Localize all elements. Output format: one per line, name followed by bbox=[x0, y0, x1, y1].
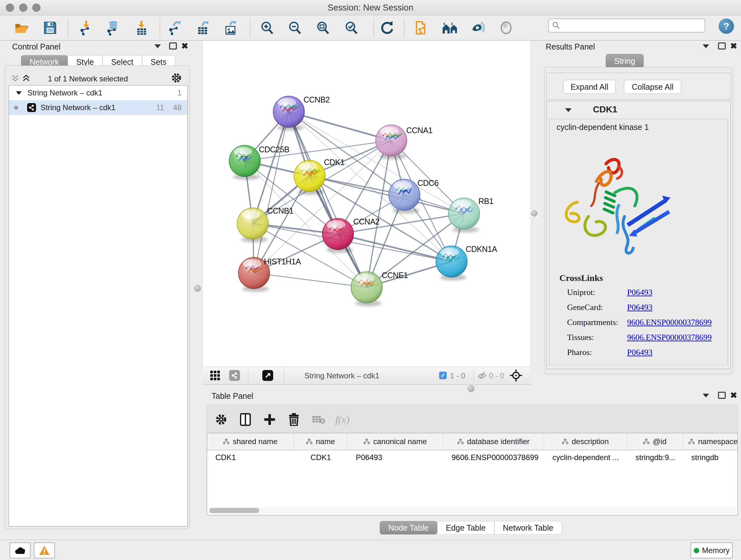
crosslink-label: Uniprot: bbox=[567, 288, 627, 297]
zoom-in-icon[interactable] bbox=[259, 19, 276, 37]
help-icon[interactable]: ? bbox=[719, 18, 734, 34]
cloud-status-button[interactable] bbox=[10, 543, 30, 558]
column-type-icon bbox=[363, 439, 370, 444]
control-panel-close-icon[interactable]: ✖ bbox=[181, 41, 188, 51]
left-splitter-handle[interactable] bbox=[193, 284, 202, 293]
network-graph[interactable]: CCNB2CCNA1CDC25BCDK1CDC6RB1CCNB1CCNA2CDK… bbox=[203, 41, 531, 367]
collapse-all-networks-icon[interactable] bbox=[11, 74, 20, 84]
table-cell[interactable]: stringdb bbox=[683, 453, 738, 462]
column-header-canonical-name[interactable]: canonical name bbox=[347, 433, 443, 450]
crosslinks-title: CrossLinks bbox=[559, 273, 603, 283]
results-panel-collapse-icon[interactable] bbox=[703, 44, 709, 48]
right-splitter-handle[interactable] bbox=[530, 209, 539, 218]
import-database-icon[interactable] bbox=[105, 19, 122, 37]
export-table-icon[interactable] bbox=[195, 19, 212, 37]
node-table[interactable]: shared namenamecanonical namedatabase id… bbox=[207, 433, 738, 515]
table-cell[interactable]: P06493 bbox=[347, 453, 443, 462]
crosslink-link[interactable]: 9606.ENSP00000378699 bbox=[627, 318, 712, 327]
hide-selected-icon[interactable] bbox=[470, 19, 487, 37]
table-cell[interactable]: cyclin-dependent ... bbox=[544, 453, 627, 462]
table-cell[interactable]: 9606.ENSP00000378699 bbox=[443, 453, 544, 462]
network-row[interactable]: String Network – cdk1 11 48 bbox=[9, 100, 187, 115]
select-columns-icon[interactable] bbox=[237, 412, 254, 427]
first-neighbors-icon[interactable] bbox=[442, 19, 459, 37]
crosslink-link[interactable]: 9606.ENSP00000378699 bbox=[627, 333, 712, 342]
zoom-selected-icon[interactable] bbox=[343, 19, 360, 37]
selected-nodes-checkbox-icon[interactable]: ✓ bbox=[439, 372, 447, 379]
birds-eye-view-icon[interactable] bbox=[262, 370, 273, 381]
tab-node-table[interactable]: Node Table bbox=[380, 521, 437, 535]
delete-column-trash-icon[interactable] bbox=[285, 412, 303, 427]
network-edge[interactable] bbox=[338, 234, 452, 261]
import-network-icon[interactable] bbox=[78, 19, 95, 37]
table-row[interactable]: CDK1CDK1P064939606.ENSP00000378699cyclin… bbox=[207, 450, 738, 465]
table-panel-float-icon[interactable] bbox=[718, 392, 726, 399]
delete-table-icon[interactable] bbox=[310, 412, 328, 427]
function-builder-icon[interactable]: f(x) bbox=[333, 412, 351, 427]
column-type-icon bbox=[223, 439, 229, 444]
expand-all-networks-icon[interactable] bbox=[22, 74, 30, 84]
crosshair-icon[interactable] bbox=[509, 369, 523, 383]
network-edge[interactable] bbox=[254, 112, 289, 273]
zoom-fit-icon[interactable] bbox=[315, 19, 332, 37]
collapse-all-button[interactable]: Collapse All bbox=[624, 80, 681, 94]
node-gloss bbox=[278, 98, 296, 107]
column-type-icon bbox=[688, 439, 695, 444]
network-collection-row[interactable]: String Network – cdk1 1 bbox=[9, 85, 187, 100]
network-canvas[interactable]: CCNB2CCNA1CDC25BCDK1CDC6RB1CCNB1CCNA2CDK… bbox=[202, 41, 531, 367]
column-header-database-identifier[interactable]: database identifier bbox=[443, 433, 544, 450]
tab-edge-table[interactable]: Edge Table bbox=[437, 521, 494, 535]
control-panel-float-icon[interactable] bbox=[169, 43, 177, 50]
tab-string[interactable]: String bbox=[606, 54, 644, 68]
column-type-icon bbox=[562, 439, 568, 444]
crosslink-row: Tissues:9606.ENSP00000378699 bbox=[567, 333, 720, 342]
entry-expander-icon[interactable] bbox=[565, 108, 571, 112]
node-label-CDC25B: CDC25B bbox=[259, 145, 289, 154]
collection-expander-icon[interactable] bbox=[16, 91, 22, 95]
crosslinks-list: Uniprot:P06493GeneCard:P06493Compartment… bbox=[567, 288, 720, 363]
warning-status-button[interactable] bbox=[34, 543, 55, 558]
table-cell[interactable]: CDK1 bbox=[207, 453, 294, 462]
network-edge[interactable] bbox=[254, 273, 367, 287]
search-input[interactable] bbox=[548, 18, 705, 33]
column-header-description[interactable]: description bbox=[544, 433, 627, 450]
column-header-shared-name[interactable]: shared name bbox=[207, 433, 294, 450]
column-header--id[interactable]: @id bbox=[627, 433, 683, 450]
crosslink-link[interactable]: P06493 bbox=[627, 303, 652, 312]
node-gloss bbox=[393, 181, 412, 190]
results-panel-close-icon[interactable]: ✖ bbox=[730, 41, 737, 51]
export-image-icon[interactable] bbox=[222, 19, 240, 37]
show-all-icon[interactable] bbox=[497, 19, 515, 37]
refresh-layout-icon[interactable] bbox=[379, 19, 396, 37]
export-network-icon[interactable] bbox=[166, 19, 184, 37]
save-session-icon[interactable] bbox=[42, 19, 59, 37]
tab-network-table[interactable]: Network Table bbox=[494, 521, 562, 535]
netbar-separator bbox=[248, 369, 248, 382]
control-panel-collapse-icon[interactable] bbox=[154, 44, 161, 48]
open-session-icon[interactable] bbox=[13, 19, 30, 37]
zoom-out-icon[interactable] bbox=[286, 19, 304, 37]
hscrollbar-thumb[interactable] bbox=[209, 508, 259, 513]
table-panel-collapse-icon[interactable] bbox=[703, 394, 709, 397]
column-header-namespace[interactable]: namespace bbox=[683, 433, 738, 450]
netbar-separator bbox=[474, 369, 474, 382]
network-share-icon[interactable] bbox=[229, 370, 240, 381]
table-settings-gear-icon[interactable] bbox=[212, 412, 230, 427]
crosslink-link[interactable]: P06493 bbox=[627, 288, 652, 297]
grid-view-icon[interactable] bbox=[210, 370, 221, 382]
table-cell[interactable]: CDK1 bbox=[294, 453, 347, 462]
column-header-name[interactable]: name bbox=[294, 433, 347, 450]
table-cell[interactable]: stringdb:9... bbox=[627, 453, 683, 462]
clone-network-icon[interactable] bbox=[413, 19, 430, 37]
table-hscrollbar[interactable] bbox=[208, 507, 736, 514]
network-options-gear-icon[interactable] bbox=[171, 72, 182, 84]
add-column-icon[interactable] bbox=[261, 412, 279, 427]
import-table-icon[interactable] bbox=[133, 19, 150, 37]
results-panel-float-icon[interactable] bbox=[718, 43, 726, 50]
table-header-row: shared namenamecanonical namedatabase id… bbox=[207, 433, 738, 450]
network-state-dot-icon bbox=[14, 106, 18, 110]
table-panel-close-icon[interactable]: ✖ bbox=[730, 390, 737, 400]
expand-all-button[interactable]: Expand All bbox=[563, 80, 616, 94]
crosslink-link[interactable]: P06493 bbox=[627, 348, 652, 357]
memory-button[interactable]: Memory bbox=[690, 543, 733, 558]
